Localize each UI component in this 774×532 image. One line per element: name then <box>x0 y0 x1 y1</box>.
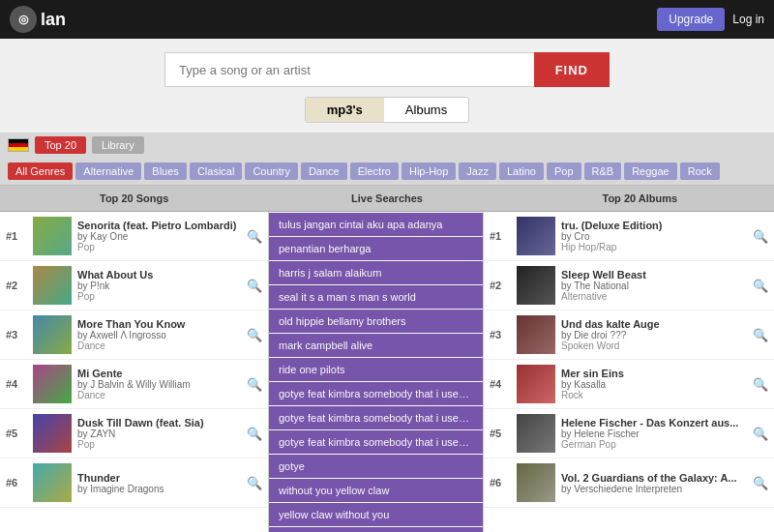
album-info: Mer sin Eins by Kasalla Rock <box>561 368 747 400</box>
top20-button[interactable]: Top 20 <box>35 136 86 154</box>
song-info: Thunder by Imagine Dragons <box>77 472 241 494</box>
song-rank: #6 <box>6 477 27 488</box>
searches-column-header: Live Searches <box>260 190 513 207</box>
find-button[interactable]: FIND <box>534 52 610 87</box>
song-genre: Pop <box>77 291 241 302</box>
search-icon[interactable]: 🔍 <box>247 476 262 490</box>
genre-rnb[interactable]: R&B <box>584 163 622 180</box>
top-bar: Top 20 Library <box>0 133 774 158</box>
live-search-item[interactable]: ride one pilots <box>269 358 483 381</box>
song-artist: by P!nk <box>77 281 241 291</box>
song-info: More Than You Know by Axwell Λ Ingrosso … <box>77 318 241 351</box>
genre-dance[interactable]: Dance <box>301 163 347 180</box>
song-item: #3 More Than You Know by Axwell Λ Ingros… <box>0 310 268 360</box>
songs-column-header: Top 20 Songs <box>8 190 260 207</box>
song-info: Senorita (feat. Pietro Lombardi) by Kay … <box>77 220 241 252</box>
search-icon[interactable]: 🔍 <box>753 229 768 244</box>
album-rank: #1 <box>490 230 511 242</box>
album-rank: #3 <box>490 329 511 340</box>
song-rank: #3 <box>6 329 27 340</box>
album-info: Vol. 2 Guardians of the Galaxy: A... by … <box>561 472 747 494</box>
genre-jazz[interactable]: Jazz <box>459 163 496 180</box>
live-search-item[interactable]: gotye feat kimbra somebody that i used t… <box>269 406 483 429</box>
song-title: Mi Gente <box>77 368 241 379</box>
album-info: Und das kalte Auge by Die droi ??? Spoke… <box>561 318 747 351</box>
song-thumbnail <box>33 463 72 502</box>
genre-latino[interactable]: Latino <box>499 163 544 180</box>
search-icon[interactable]: 🔍 <box>247 427 262 441</box>
search-icon[interactable]: 🔍 <box>753 328 768 342</box>
album-genre: Rock <box>561 390 747 400</box>
flag-icon <box>8 138 29 152</box>
album-title: Und das kalte Auge <box>561 318 747 330</box>
album-genre: Alternative <box>561 291 747 302</box>
search-icon[interactable]: 🔍 <box>247 229 262 244</box>
genre-alternative[interactable]: Alternative <box>75 163 141 180</box>
live-search-item[interactable]: gotye somebody that i used to know <box>269 527 483 532</box>
album-genre: Spoken Word <box>561 340 747 351</box>
header: ◎ lan Upgrade Log in <box>0 0 774 39</box>
live-search-item[interactable]: gotye <box>269 455 483 478</box>
search-icon[interactable]: 🔍 <box>753 427 768 441</box>
genre-blues[interactable]: Blues <box>144 163 187 180</box>
genre-reggae[interactable]: Reggae <box>624 163 677 180</box>
album-item: #1 tru. (Deluxe Edition) by Cro Hip Hop/… <box>484 212 774 261</box>
live-search-item[interactable]: seal it s a man s man s world <box>269 285 483 309</box>
live-search-item[interactable]: mark campbell alive <box>269 334 483 357</box>
song-rank: #2 <box>6 280 27 291</box>
tab-albums[interactable]: Albums <box>384 98 468 122</box>
album-title: Helene Fischer - Das Konzert aus... <box>561 417 747 429</box>
search-icon[interactable]: 🔍 <box>753 377 768 392</box>
song-rank: #4 <box>6 378 27 390</box>
genre-electro[interactable]: Electro <box>350 163 399 180</box>
song-title: Senorita (feat. Pietro Lombardi) <box>77 220 241 231</box>
search-input[interactable] <box>164 52 534 87</box>
tab-mp3s[interactable]: mp3's <box>306 98 384 122</box>
library-button[interactable]: Library <box>92 136 144 154</box>
genre-all[interactable]: All Genres <box>8 163 73 180</box>
live-search-item[interactable]: harris j salam alaikum <box>269 261 483 284</box>
song-item: #2 What About Us by P!nk Pop 🔍 <box>0 261 268 310</box>
login-button[interactable]: Log in <box>732 13 764 26</box>
song-title: What About Us <box>77 269 241 281</box>
logo-icon: ◎ <box>10 6 37 33</box>
genre-pop[interactable]: Pop <box>547 163 581 180</box>
album-thumbnail <box>517 365 555 403</box>
live-search-item[interactable]: tulus jangan cintai aku apa adanya <box>269 213 483 236</box>
album-thumbnail <box>517 315 555 354</box>
format-tabs: mp3's Albums <box>305 97 469 123</box>
song-info: Dusk Till Dawn (feat. Sia) by ZAYN Pop <box>77 417 241 450</box>
album-genre: German Pop <box>561 439 747 450</box>
upgrade-button[interactable]: Upgrade <box>657 8 725 31</box>
song-info: Mi Gente by J Balvin & Willy William Dan… <box>77 368 241 400</box>
song-title: Dusk Till Dawn (feat. Sia) <box>77 417 241 429</box>
genre-country[interactable]: Country <box>245 163 298 180</box>
song-artist: by Kay One <box>77 231 241 242</box>
search-icon[interactable]: 🔍 <box>247 328 262 342</box>
album-info: Sleep Well Beast by The National Alterna… <box>561 269 747 302</box>
search-icon[interactable]: 🔍 <box>247 279 262 293</box>
genre-classical[interactable]: Clasical <box>190 163 243 180</box>
search-icon[interactable]: 🔍 <box>247 377 262 392</box>
albums-column: #1 tru. (Deluxe Edition) by Cro Hip Hop/… <box>484 212 774 532</box>
search-icon[interactable]: 🔍 <box>753 476 768 490</box>
song-info: What About Us by P!nk Pop <box>77 269 241 302</box>
album-rank: #6 <box>490 477 511 488</box>
album-item: #3 Und das kalte Auge by Die droi ??? Sp… <box>484 310 774 360</box>
search-icon[interactable]: 🔍 <box>753 279 768 293</box>
album-artist: by Kasalla <box>561 379 747 390</box>
song-title: Thunder <box>77 472 241 484</box>
live-search-item[interactable]: old hippie bellamy brothers <box>269 310 483 333</box>
album-genre: Hip Hop/Rap <box>561 242 747 252</box>
album-thumbnail <box>517 463 555 502</box>
live-search-item[interactable]: yellow claw without you <box>269 503 483 526</box>
live-search-item[interactable]: penantian berharga <box>269 237 483 260</box>
album-item: #5 Helene Fischer - Das Konzert aus... b… <box>484 409 774 458</box>
live-search-item[interactable]: gotye feat kimbra somebody that i used t… <box>269 382 483 405</box>
genre-hiphop[interactable]: Hip-Hop <box>402 163 456 180</box>
live-search-item[interactable]: gotye feat kimbra somebody that i used t… <box>269 430 483 454</box>
live-search-item[interactable]: without you yellow claw <box>269 479 483 502</box>
song-thumbnail <box>33 315 72 354</box>
album-title: Sleep Well Beast <box>561 269 747 281</box>
genre-rock[interactable]: Rock <box>680 163 720 180</box>
